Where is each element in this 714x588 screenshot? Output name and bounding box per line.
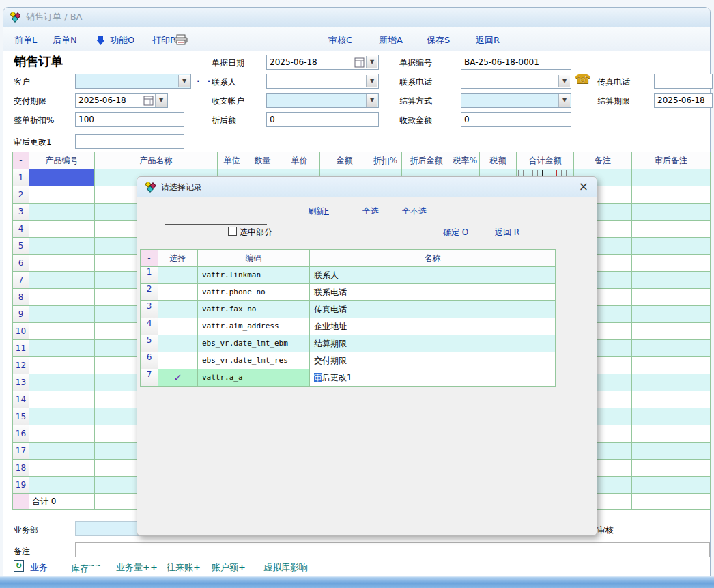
- grid-column-header[interactable]: 产品名称: [95, 152, 218, 169]
- footer-link-3[interactable]: 业务量++: [116, 561, 158, 574]
- grid-column-header[interactable]: 单位: [218, 152, 246, 169]
- grid-cell[interactable]: [632, 425, 711, 443]
- audit-button[interactable]: 审核C: [328, 34, 352, 46]
- grid-cell[interactable]: [29, 477, 95, 494]
- grid-cell[interactable]: [29, 272, 95, 289]
- grid-row-number[interactable]: 5: [13, 238, 29, 255]
- contact-dropdown-button[interactable]: ▼: [366, 75, 377, 87]
- menu-down-arrow-icon[interactable]: [96, 36, 105, 45]
- customer-browse-dots[interactable]: . .: [197, 74, 212, 84]
- grid-row-number[interactable]: 14: [13, 391, 29, 408]
- printer-icon[interactable]: [174, 34, 188, 45]
- record-row[interactable]: 4vattr.aim_address企业地址: [141, 318, 556, 335]
- record-code-cell[interactable]: vattr.linkman: [198, 267, 310, 284]
- grid-cell[interactable]: [29, 340, 95, 357]
- note-input[interactable]: [75, 542, 710, 557]
- grid-cell[interactable]: [29, 306, 95, 323]
- record-name-cell[interactable]: 企业地址: [310, 318, 556, 335]
- grid-cell[interactable]: [29, 289, 95, 306]
- record-row-number[interactable]: 7: [141, 369, 158, 387]
- record-row-number[interactable]: 6: [141, 352, 158, 369]
- dialog-search-input[interactable]: [165, 211, 267, 225]
- return-button[interactable]: 返回R: [476, 34, 500, 46]
- grid-cell[interactable]: [632, 221, 711, 238]
- grid-cell[interactable]: [29, 169, 95, 186]
- grid-row-number[interactable]: 11: [13, 340, 29, 357]
- record-row[interactable]: 7✓vattr.a_a审后更改1: [141, 369, 556, 387]
- grid-cell[interactable]: [632, 186, 711, 204]
- footer-link-6[interactable]: 虚拟库影响: [263, 561, 308, 574]
- grid-column-header[interactable]: 备注: [574, 152, 632, 169]
- settle-date-input[interactable]: 2025-06-18: [654, 93, 713, 108]
- next-doc-button[interactable]: 后单N: [53, 34, 77, 46]
- grid-cell[interactable]: [632, 323, 711, 340]
- grid-cell[interactable]: [29, 186, 95, 204]
- after-discount-input[interactable]: 0: [266, 112, 379, 127]
- phone-dropdown-button[interactable]: ▼: [558, 75, 570, 87]
- grid-cell[interactable]: [29, 323, 95, 340]
- record-row[interactable]: 2vattr.phone_no联系电话: [141, 284, 556, 301]
- save-button[interactable]: 保存S: [427, 34, 450, 46]
- dial-phone-icon[interactable]: ☎: [575, 71, 591, 86]
- grid-column-header[interactable]: 折后金额: [402, 152, 451, 169]
- record-checkbox-cell[interactable]: [158, 335, 198, 352]
- record-row-number[interactable]: 4: [141, 318, 158, 335]
- grid-column-header[interactable]: 税额: [480, 152, 517, 169]
- grid-column-header[interactable]: -: [13, 152, 29, 169]
- record-name-cell[interactable]: 交付期限: [310, 352, 556, 369]
- record-code-cell[interactable]: vattr.fax_no: [198, 301, 310, 318]
- record-name-cell[interactable]: 结算期限: [310, 335, 556, 352]
- grid-cell[interactable]: [632, 477, 711, 494]
- grid-row-number[interactable]: 17: [13, 443, 29, 460]
- record-row[interactable]: 1vattr.linkman联系人: [141, 267, 556, 284]
- record-code-cell[interactable]: vattr.phone_no: [198, 284, 310, 301]
- record-column-header[interactable]: 名称: [310, 250, 556, 267]
- grid-row-number[interactable]: 8: [13, 289, 29, 306]
- record-checkbox-cell[interactable]: [158, 318, 198, 335]
- doc-no-input[interactable]: BA-25-06-18-0001: [461, 55, 571, 70]
- record-row-number[interactable]: 5: [141, 335, 158, 352]
- grid-cell[interactable]: [29, 374, 95, 391]
- grid-cell[interactable]: [29, 460, 95, 477]
- grid-row-number[interactable]: 4: [13, 221, 29, 238]
- record-row-number[interactable]: 3: [141, 301, 158, 318]
- settle-way-combo[interactable]: ▼: [461, 93, 571, 108]
- grid-cell[interactable]: [29, 238, 95, 255]
- grid-row-number[interactable]: 7: [13, 272, 29, 289]
- grid-row-number[interactable]: 2: [13, 186, 29, 204]
- calendar-icon[interactable]: [354, 57, 365, 68]
- record-row[interactable]: 6ebs_vr.date_lmt_res交付期限: [141, 352, 556, 369]
- grid-cell[interactable]: [632, 340, 711, 357]
- delivery-dropdown-button[interactable]: ▼: [155, 94, 167, 107]
- grid-column-header[interactable]: 税率%: [451, 152, 480, 169]
- refresh-page-icon[interactable]: ↻: [14, 560, 24, 572]
- record-column-header[interactable]: -: [141, 250, 158, 267]
- select-all-link[interactable]: 全选: [362, 206, 379, 217]
- grid-row-number[interactable]: 13: [13, 374, 29, 391]
- grid-cell[interactable]: [632, 460, 711, 477]
- grid-cell[interactable]: [29, 204, 95, 221]
- refresh-link[interactable]: 刷新F: [308, 206, 329, 217]
- delivery-date-input[interactable]: 2025-06-18 ▼: [75, 93, 168, 108]
- grid-cell[interactable]: [29, 443, 95, 460]
- grid-cell[interactable]: [29, 391, 95, 408]
- calendar-icon[interactable]: [143, 96, 154, 106]
- grid-cell[interactable]: [632, 357, 711, 374]
- prev-doc-button[interactable]: 前单L: [14, 34, 37, 46]
- footer-link-1[interactable]: 业务: [30, 561, 48, 574]
- grid-column-header[interactable]: 数量: [246, 152, 279, 169]
- record-name-cell[interactable]: 联系人: [310, 267, 556, 284]
- customer-combo[interactable]: ▼: [75, 74, 191, 89]
- grid-cell[interactable]: [632, 238, 711, 255]
- grid-cell[interactable]: [632, 272, 711, 289]
- grid-row-number[interactable]: 9: [13, 306, 29, 323]
- doc-date-input[interactable]: 2025-06-18 ▼: [266, 55, 379, 70]
- grid-cell[interactable]: [632, 204, 711, 221]
- new-button[interactable]: 新增A: [379, 34, 403, 46]
- record-name-cell[interactable]: 审后更改1: [310, 369, 556, 387]
- customer-dropdown-button[interactable]: ▼: [178, 75, 190, 87]
- grid-row-number[interactable]: 16: [13, 425, 29, 443]
- grid-cell[interactable]: [29, 221, 95, 238]
- record-checkbox-cell[interactable]: [158, 284, 198, 301]
- ok-button[interactable]: 确定 O: [443, 227, 468, 238]
